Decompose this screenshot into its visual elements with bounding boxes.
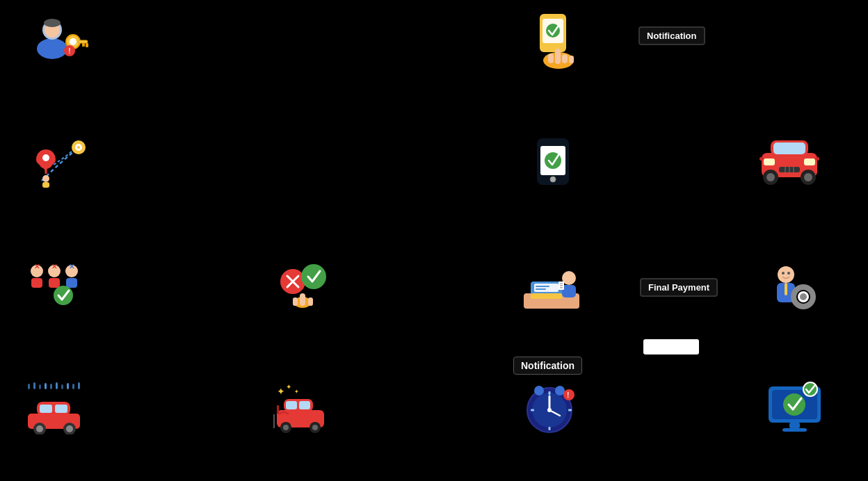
svg-point-71 [804, 173, 812, 181]
svg-point-5 [70, 38, 77, 45]
svg-rect-115 [286, 401, 297, 409]
car-front-icon [758, 132, 821, 188]
svg-rect-23 [49, 278, 60, 288]
clock-alarm-icon: ! [522, 381, 581, 437]
cashier-svg [520, 257, 583, 313]
phone-check-icon [525, 136, 581, 188]
car-wash-icon [24, 382, 87, 434]
final-payment-label: Final Payment [640, 278, 718, 297]
phone-tap-icon [520, 10, 583, 70]
svg-point-133 [534, 386, 544, 396]
svg-point-95 [782, 272, 785, 275]
svg-rect-41 [40, 405, 52, 413]
svg-rect-36 [67, 383, 69, 389]
svg-point-17 [42, 175, 49, 182]
person-key-icon: ! [28, 10, 90, 66]
clock-alarm-svg: ! [522, 381, 581, 437]
settings-person-icon [762, 261, 817, 313]
svg-rect-52 [548, 54, 554, 63]
svg-rect-7 [86, 43, 88, 47]
car-damage-svg: ✦ ✦ ✦ [273, 381, 329, 433]
svg-rect-131 [531, 409, 534, 411]
svg-point-140 [783, 393, 805, 416]
notification-label-bottom: Notification [513, 357, 582, 375]
svg-rect-6 [78, 40, 88, 43]
notification-label-top: Notification [638, 26, 705, 45]
svg-rect-81 [308, 297, 313, 306]
svg-rect-102 [801, 285, 805, 289]
svg-rect-85 [536, 286, 549, 287]
svg-rect-63 [804, 158, 815, 165]
svg-text:✦: ✦ [294, 389, 299, 395]
svg-rect-42 [55, 405, 67, 413]
svg-point-3 [44, 19, 61, 27]
svg-point-69 [766, 173, 775, 181]
location-route-icon [28, 136, 90, 191]
svg-point-46 [66, 425, 73, 432]
svg-rect-34 [56, 382, 58, 389]
svg-rect-38 [78, 382, 80, 389]
svg-rect-103 [801, 304, 805, 309]
svg-point-16 [77, 146, 80, 149]
svg-rect-8 [82, 43, 85, 47]
svg-rect-62 [764, 158, 775, 165]
phone-check-svg [525, 136, 581, 188]
svg-point-101 [800, 293, 807, 300]
svg-rect-80 [293, 297, 298, 306]
svg-point-118 [283, 425, 289, 430]
svg-rect-51 [555, 49, 561, 64]
car-front-svg [758, 132, 821, 188]
svg-rect-79 [300, 293, 305, 306]
team-check-icon: ✕ ✕ ✕ [26, 257, 89, 313]
notification-badge-bottom: Notification [513, 357, 582, 375]
svg-rect-26 [66, 278, 77, 288]
computer-check-icon [765, 381, 824, 437]
svg-rect-30 [33, 382, 35, 389]
svg-point-96 [787, 272, 790, 275]
svg-text:!: ! [567, 391, 569, 399]
svg-rect-35 [61, 384, 63, 389]
svg-rect-132 [568, 409, 572, 411]
svg-text:✕: ✕ [69, 263, 74, 270]
svg-point-13 [42, 154, 49, 161]
svg-rect-91 [560, 283, 563, 284]
location-route-svg [28, 136, 90, 191]
svg-point-28 [54, 286, 73, 305]
svg-rect-122 [273, 414, 275, 428]
svg-text:✦: ✦ [286, 383, 291, 391]
svg-rect-72 [760, 157, 764, 161]
svg-point-128 [547, 408, 552, 412]
svg-rect-29 [28, 384, 30, 389]
svg-point-44 [36, 425, 43, 432]
team-check-svg: ✕ ✕ ✕ [26, 257, 89, 313]
svg-rect-54 [569, 56, 574, 63]
svg-rect-105 [811, 295, 815, 299]
cashier-icon [520, 257, 583, 313]
svg-rect-129 [549, 391, 551, 395]
svg-rect-142 [782, 428, 807, 432]
svg-rect-93 [560, 287, 563, 288]
computer-check-svg [765, 381, 824, 437]
svg-text:✦: ✦ [277, 386, 285, 397]
svg-text:!: ! [68, 47, 70, 55]
svg-point-120 [312, 425, 318, 430]
svg-point-0 [37, 38, 67, 59]
svg-rect-121 [277, 405, 279, 414]
svg-rect-67 [793, 167, 794, 172]
svg-rect-84 [534, 284, 558, 292]
person-key-svg: ! [28, 10, 90, 66]
svg-rect-53 [562, 54, 568, 63]
svg-rect-31 [39, 384, 41, 389]
svg-rect-104 [791, 295, 796, 299]
car-wash-svg [24, 382, 87, 434]
choice-finger-icon [273, 257, 336, 313]
svg-rect-116 [299, 401, 310, 409]
svg-rect-65 [785, 167, 786, 172]
svg-rect-86 [536, 288, 546, 290]
svg-rect-92 [560, 285, 563, 286]
notification-badge-top: Notification [638, 26, 705, 45]
empty-box [643, 339, 699, 354]
svg-point-58 [550, 177, 556, 182]
final-payment-badge: Final Payment [640, 278, 718, 297]
choice-finger-svg [273, 257, 336, 313]
